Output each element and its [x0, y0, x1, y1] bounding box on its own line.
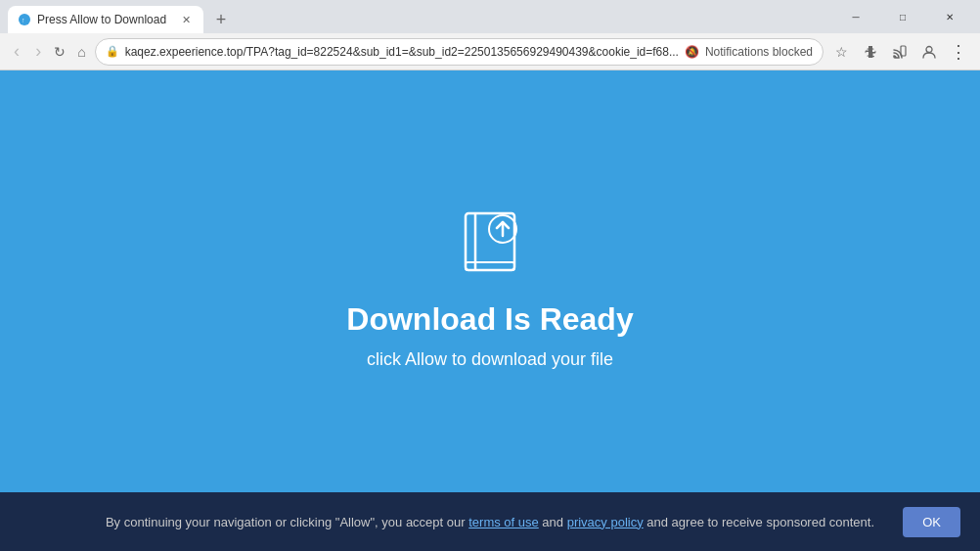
window-controls: ─ □ ✕: [833, 1, 972, 32]
sub-heading: click Allow to download your file: [367, 349, 613, 370]
active-tab[interactable]: ↑ Press Allow to Download ✕: [8, 6, 203, 33]
footer-bar: By continuing your navigation or clickin…: [0, 492, 980, 551]
account-button[interactable]: [915, 38, 943, 66]
toolbar-icons: ☆ ⋮: [827, 38, 972, 66]
tab-title: Press Allow to Download: [37, 13, 172, 26]
forward-button[interactable]: ›: [29, 38, 47, 66]
svg-text:↑: ↑: [22, 17, 25, 23]
tab-strip: ↑ Press Allow to Download ✕ +: [8, 0, 833, 33]
cast-icon: [892, 44, 908, 60]
main-heading: Download Is Ready: [346, 301, 633, 338]
account-icon: [921, 44, 937, 60]
notifications-blocked-icon: 🔕: [685, 45, 699, 59]
cast-button[interactable]: [886, 38, 913, 66]
maximize-button[interactable]: □: [880, 1, 925, 32]
footer-text-between: and: [539, 515, 567, 529]
url-text: kaqez.expeerience.top/TPA?tag_id=822524&…: [125, 45, 679, 59]
close-button[interactable]: ✕: [927, 1, 972, 32]
privacy-policy-link[interactable]: privacy policy: [567, 515, 644, 529]
footer-text-after: and agree to receive sponsored content.: [644, 515, 874, 529]
refresh-button[interactable]: ↻: [51, 38, 68, 66]
main-content: Download Is Ready click Allow to downloa…: [0, 70, 980, 492]
puzzle-icon: [863, 44, 878, 60]
notifications-blocked-label: Notifications blocked: [705, 45, 813, 59]
svg-point-3: [926, 46, 932, 52]
minimize-button[interactable]: ─: [833, 1, 878, 32]
book-upload-icon: [446, 194, 534, 282]
browser-window: ↑ Press Allow to Download ✕ + ─ □ ✕ ‹ ›: [0, 0, 980, 551]
address-bar[interactable]: 🔒 kaqez.expeerience.top/TPA?tag_id=82252…: [95, 38, 824, 66]
extensions-button[interactable]: [857, 38, 884, 66]
more-button[interactable]: ⋮: [945, 38, 972, 66]
tab-close-button[interactable]: ✕: [178, 12, 194, 27]
toolbar: ‹ › ↻ ⌂ 🔒 kaqez.expeerience.top/TPA?tag_…: [0, 33, 980, 70]
ok-button[interactable]: OK: [903, 507, 960, 537]
tab-favicon-icon: ↑: [18, 13, 31, 26]
terms-of-use-link[interactable]: terms of use: [468, 515, 539, 529]
title-bar: ↑ Press Allow to Download ✕ + ─ □ ✕: [0, 0, 980, 33]
bookmark-button[interactable]: ☆: [827, 38, 855, 66]
footer-text-before-link1: By continuing your navigation or clickin…: [106, 515, 468, 529]
new-tab-button[interactable]: +: [207, 6, 235, 33]
lock-icon: 🔒: [106, 45, 119, 58]
footer-text: By continuing your navigation or clickin…: [20, 515, 960, 529]
back-button[interactable]: ‹: [8, 38, 25, 66]
home-button[interactable]: ⌂: [73, 38, 91, 66]
